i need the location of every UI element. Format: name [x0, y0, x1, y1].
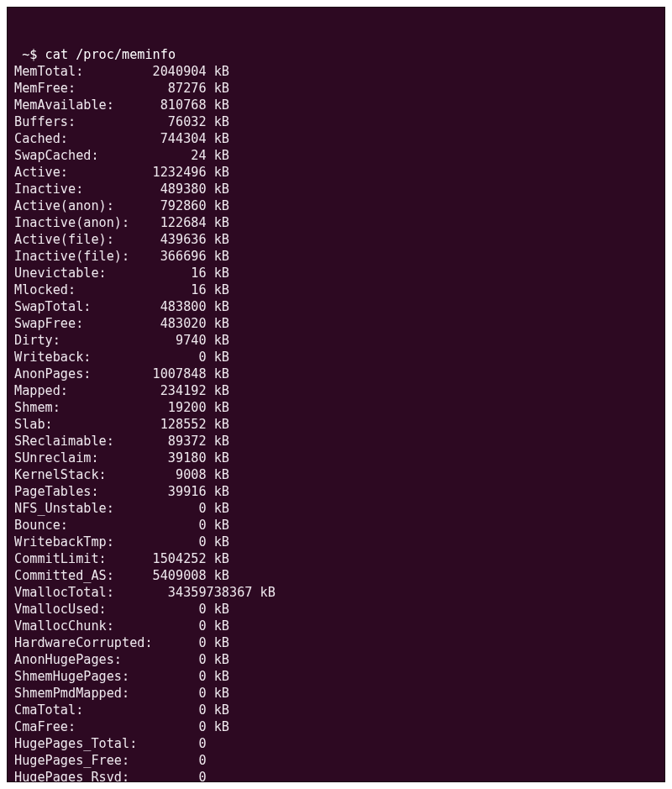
- meminfo-unit: kB: [207, 63, 229, 80]
- meminfo-unit: kB: [207, 248, 229, 265]
- meminfo-unit: kB: [207, 702, 229, 718]
- meminfo-unit: kB: [207, 618, 229, 634]
- meminfo-unit: kB: [207, 483, 229, 500]
- meminfo-value: 366696: [144, 248, 206, 265]
- meminfo-label: Buffers:: [14, 113, 144, 130]
- meminfo-unit: kB: [207, 197, 229, 214]
- meminfo-value: 0: [144, 500, 206, 517]
- meminfo-row: Inactive(file):366696 kB: [14, 248, 658, 265]
- meminfo-label: SUnreclaim:: [14, 450, 144, 466]
- meminfo-unit: kB: [207, 164, 229, 181]
- meminfo-value: 0: [144, 702, 206, 718]
- meminfo-unit: kB: [207, 298, 229, 315]
- meminfo-row: Slab:128552 kB: [14, 416, 658, 433]
- meminfo-value: 16: [144, 281, 206, 298]
- meminfo-value: 24: [144, 147, 206, 164]
- meminfo-label: Mlocked:: [14, 281, 144, 298]
- meminfo-row: CommitLimit:1504252 kB: [14, 550, 658, 567]
- meminfo-label: VmallocTotal:: [14, 584, 144, 601]
- meminfo-row: MemAvailable:810768 kB: [14, 97, 658, 113]
- meminfo-unit: kB: [207, 466, 229, 483]
- meminfo-label: HugePages_Total:: [14, 735, 144, 752]
- meminfo-unit: kB: [207, 382, 229, 399]
- meminfo-row: HugePages_Rsvd:0: [14, 769, 658, 782]
- meminfo-unit: kB: [207, 399, 229, 416]
- meminfo-row: SwapTotal:483800 kB: [14, 298, 658, 315]
- meminfo-value: 16: [144, 265, 206, 281]
- meminfo-unit: kB: [207, 416, 229, 433]
- meminfo-label: AnonHugePages:: [14, 651, 144, 668]
- meminfo-row: MemFree:87276 kB: [14, 80, 658, 97]
- meminfo-value: 39916: [144, 483, 206, 500]
- meminfo-label: Inactive(anon):: [14, 214, 144, 231]
- meminfo-value: 128552: [144, 416, 206, 433]
- meminfo-label: MemAvailable:: [14, 97, 144, 113]
- meminfo-unit: kB: [207, 550, 229, 567]
- meminfo-label: SReclaimable:: [14, 433, 144, 450]
- meminfo-label: Inactive(file):: [14, 248, 144, 265]
- meminfo-label: ShmemPmdMapped:: [14, 685, 144, 702]
- meminfo-row: HugePages_Free:0: [14, 752, 658, 769]
- meminfo-label: WritebackTmp:: [14, 534, 144, 550]
- meminfo-unit: kB: [207, 601, 229, 618]
- meminfo-value: 792860: [144, 197, 206, 214]
- command-text: cat /proc/meminfo: [45, 47, 176, 62]
- prompt-line: ~$ cat /proc/meminfo: [14, 46, 658, 63]
- meminfo-row: SReclaimable:89372 kB: [14, 433, 658, 450]
- meminfo-label: Slab:: [14, 416, 144, 433]
- meminfo-unit: kB: [207, 80, 229, 97]
- meminfo-unit: kB: [207, 433, 229, 450]
- meminfo-label: NFS_Unstable:: [14, 500, 144, 517]
- meminfo-label: SwapCached:: [14, 147, 144, 164]
- meminfo-value: 76032: [144, 113, 206, 130]
- meminfo-row: Mapped:234192 kB: [14, 382, 658, 399]
- meminfo-row: Unevictable:16 kB: [14, 265, 658, 281]
- meminfo-row: Committed_AS:5409008 kB: [14, 567, 658, 584]
- meminfo-unit: kB: [207, 517, 229, 534]
- meminfo-value: 1007848: [144, 366, 206, 382]
- meminfo-row: CmaTotal:0 kB: [14, 702, 658, 718]
- meminfo-value: 0: [168, 634, 207, 651]
- meminfo-row: HardwareCorrupted:0 kB: [14, 634, 658, 651]
- meminfo-value: 0: [144, 685, 206, 702]
- meminfo-row: CmaFree:0 kB: [14, 718, 658, 735]
- meminfo-value: 2040904: [144, 63, 206, 80]
- meminfo-value: 19200: [144, 399, 206, 416]
- meminfo-label: CmaTotal:: [14, 702, 144, 718]
- meminfo-row: Mlocked:16 kB: [14, 281, 658, 298]
- meminfo-value: 439636: [144, 231, 206, 248]
- meminfo-value: 0: [144, 534, 206, 550]
- meminfo-value: 122684: [144, 214, 206, 231]
- meminfo-value: 483020: [144, 315, 206, 332]
- meminfo-unit: kB: [207, 500, 229, 517]
- meminfo-row: Buffers:76032 kB: [14, 113, 658, 130]
- meminfo-row: Active(file):439636 kB: [14, 231, 658, 248]
- meminfo-value: 1232496: [144, 164, 206, 181]
- meminfo-unit: kB: [252, 584, 275, 601]
- meminfo-value: 89372: [144, 433, 206, 450]
- meminfo-row: NFS_Unstable:0 kB: [14, 500, 658, 517]
- meminfo-label: AnonPages:: [14, 366, 144, 382]
- meminfo-label: Active(anon):: [14, 197, 144, 214]
- meminfo-value: 5409008: [144, 567, 206, 584]
- meminfo-unit: kB: [207, 634, 229, 651]
- meminfo-label: ShmemHugePages:: [14, 668, 144, 685]
- meminfo-row: AnonPages:1007848 kB: [14, 366, 658, 382]
- meminfo-unit: kB: [207, 315, 229, 332]
- meminfo-value: 0: [144, 618, 206, 634]
- meminfo-label: HugePages_Rsvd:: [14, 769, 144, 782]
- meminfo-label: Bounce:: [14, 517, 144, 534]
- meminfo-label: SwapFree:: [14, 315, 144, 332]
- meminfo-label: Shmem:: [14, 399, 144, 416]
- meminfo-row: Inactive(anon):122684 kB: [14, 214, 658, 231]
- terminal-window[interactable]: ~$ cat /proc/meminfoMemTotal:2040904 kBM…: [7, 7, 665, 782]
- meminfo-unit: kB: [207, 349, 229, 366]
- meminfo-unit: kB: [207, 651, 229, 668]
- meminfo-unit: kB: [207, 231, 229, 248]
- meminfo-unit: kB: [207, 718, 229, 735]
- meminfo-row: SwapFree:483020 kB: [14, 315, 658, 332]
- meminfo-row: VmallocChunk:0 kB: [14, 618, 658, 634]
- meminfo-row: Active:1232496 kB: [14, 164, 658, 181]
- command-output: MemTotal:2040904 kBMemFree:87276 kBMemAv…: [14, 63, 658, 782]
- meminfo-value: 0: [144, 651, 206, 668]
